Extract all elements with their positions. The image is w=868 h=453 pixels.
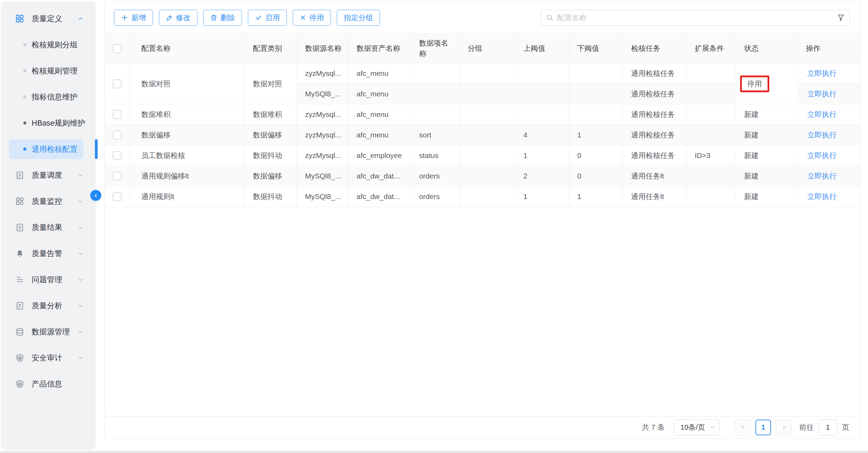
lower-threshold-cell: [569, 104, 623, 125]
lower-threshold-cell: 0: [569, 145, 623, 166]
data-item-cell: [411, 104, 459, 125]
row-checkbox[interactable]: [113, 79, 122, 88]
row-checkbox[interactable]: [113, 151, 122, 160]
chevron-down-icon: [709, 424, 715, 430]
chevron-left-icon: [740, 424, 746, 430]
table-row: 数据偏移 数据偏移 zyzMysql... afc_menu sort 4 1 …: [105, 125, 860, 145]
sidebar-item-hbase-rule-maintenance[interactable]: HBase规则维护: [1, 110, 96, 136]
sidebar-item-check-rule-management[interactable]: 检核规则管理: [1, 58, 96, 84]
search-input[interactable]: [557, 14, 837, 22]
sidebar-item-label: 质量告警: [32, 248, 62, 259]
group-cell: [459, 63, 515, 84]
run-now-link[interactable]: 立即执行: [808, 192, 837, 200]
sidebar-item-label: 安全审计: [32, 353, 62, 363]
config-name-cell: 数据堆积: [130, 104, 244, 125]
enable-button[interactable]: 启用: [248, 10, 287, 26]
shield-at-icon: @: [15, 353, 24, 363]
chevron-left-icon: [93, 192, 99, 199]
search-icon: [546, 14, 554, 22]
check-task-cell: 通用检核任务: [623, 63, 686, 84]
delete-button[interactable]: 删除: [203, 10, 242, 26]
asset-cell: afc_employee: [348, 145, 411, 166]
sidebar-collapse-button[interactable]: [90, 190, 101, 201]
row-checkbox-cell: [105, 63, 130, 104]
upper-threshold-cell: [515, 84, 569, 104]
ext-condition-cell: [686, 104, 736, 125]
ext-condition-cell: [686, 186, 736, 207]
sidebar-item-quality-analysis[interactable]: 质量分析: [1, 293, 96, 319]
asset-cell: afc_dw_dat...: [348, 166, 411, 186]
column-header: 数据资产名称: [348, 34, 411, 63]
lower-threshold-cell: 1: [569, 125, 623, 145]
trash-icon: [210, 14, 217, 21]
column-header: 下阀值: [569, 34, 623, 63]
chevron-down-icon: [78, 172, 84, 178]
row-checkbox[interactable]: [113, 172, 122, 181]
prev-page-button[interactable]: [735, 420, 751, 435]
assign-group-button[interactable]: 指定分组: [337, 10, 380, 26]
sidebar-item-quality-monitoring[interactable]: 质量监控: [1, 188, 96, 214]
sidebar-item-datasource-management[interactable]: 数据源管理: [1, 319, 96, 345]
check-task-cell: 通用检核任务: [623, 84, 686, 104]
filter-funnel-icon[interactable]: [837, 14, 845, 22]
sidebar-item-issue-management[interactable]: 问题管理: [1, 267, 96, 293]
goto-page-input[interactable]: [818, 420, 837, 435]
group-cell: [459, 104, 515, 125]
bullet-icon: [23, 69, 26, 72]
run-now-link[interactable]: 立即执行: [808, 172, 837, 180]
action-cell: 立即执行: [797, 145, 860, 166]
sidebar-item-quality-definition[interactable]: 质量定义: [1, 6, 96, 32]
datasource-cell: MySQl8_...: [297, 186, 348, 207]
upper-threshold-cell: 1: [515, 145, 569, 166]
run-now-link[interactable]: 立即执行: [808, 90, 837, 98]
sidebar-item-security-audit[interactable]: @ 安全审计: [1, 345, 96, 371]
run-now-link[interactable]: 立即执行: [808, 110, 837, 118]
sidebar-item-label: 检核规则分组: [32, 40, 78, 50]
next-page-button[interactable]: [776, 420, 792, 435]
ext-condition-cell: [686, 84, 736, 104]
datasource-cell: MySQl8_...: [297, 84, 348, 104]
sidebar-item-indicator-maintenance[interactable]: 指标信息维护: [1, 84, 96, 110]
column-header: 上阀值: [515, 34, 569, 63]
enable-button-label: 启用: [265, 13, 280, 23]
sidebar-item-quality-results[interactable]: 质量结果: [1, 214, 96, 240]
status-cell: 新建: [736, 125, 797, 145]
action-cell: 立即执行: [797, 63, 860, 84]
config-category-cell: 数据抖动: [244, 186, 297, 207]
sidebar-item-general-check-config[interactable]: 通用检核配置: [1, 136, 96, 162]
column-header: 数据项名称: [411, 34, 459, 63]
chevron-right-icon: [781, 424, 787, 430]
row-checkbox-cell: [105, 166, 130, 186]
sidebar-item-quality-scheduling[interactable]: 质量调度: [1, 162, 96, 188]
sidebar-item-product-info[interactable]: @ 产品信息: [1, 371, 96, 397]
page-bottom-edge: [0, 451, 868, 453]
bullet-icon: [23, 121, 26, 125]
check-icon: [255, 14, 262, 21]
row-checkbox[interactable]: [113, 192, 122, 201]
file-text-icon: [15, 170, 24, 180]
edit-button[interactable]: 修改: [159, 10, 197, 26]
row-checkbox[interactable]: [113, 130, 122, 140]
page-size-select[interactable]: 10条/页: [674, 420, 720, 435]
run-now-link[interactable]: 立即执行: [808, 151, 837, 159]
disable-button[interactable]: 停用: [293, 10, 331, 26]
data-item-cell: status: [411, 145, 459, 166]
sidebar-item-check-rule-group[interactable]: 检核规则分组: [1, 32, 96, 58]
config-name-cell: 通用规则lt: [130, 186, 244, 207]
sidebar-item-label: 数据源管理: [32, 327, 70, 337]
plus-icon: [121, 14, 128, 21]
config-category-cell: 数据偏移: [244, 166, 297, 186]
run-now-link[interactable]: 立即执行: [808, 131, 837, 139]
current-page-button[interactable]: 1: [755, 420, 771, 435]
sidebar: 质量定义 检核规则分组 检核规则管理 指标信息维护 HBase规则维护 通用检核…: [1, 1, 96, 450]
sidebar-item-quality-alerts[interactable]: 质量告警: [1, 240, 96, 267]
assign-group-button-label: 指定分组: [344, 13, 373, 23]
row-checkbox[interactable]: [113, 110, 122, 119]
add-button[interactable]: 新增: [114, 10, 153, 26]
column-header: 配置类别: [244, 34, 297, 63]
check-task-cell: 通用任务lt: [623, 186, 686, 207]
select-all-checkbox[interactable]: [113, 44, 122, 53]
run-now-link[interactable]: 立即执行: [808, 69, 837, 77]
upper-threshold-cell: [515, 63, 569, 84]
bell-icon: [15, 249, 24, 258]
